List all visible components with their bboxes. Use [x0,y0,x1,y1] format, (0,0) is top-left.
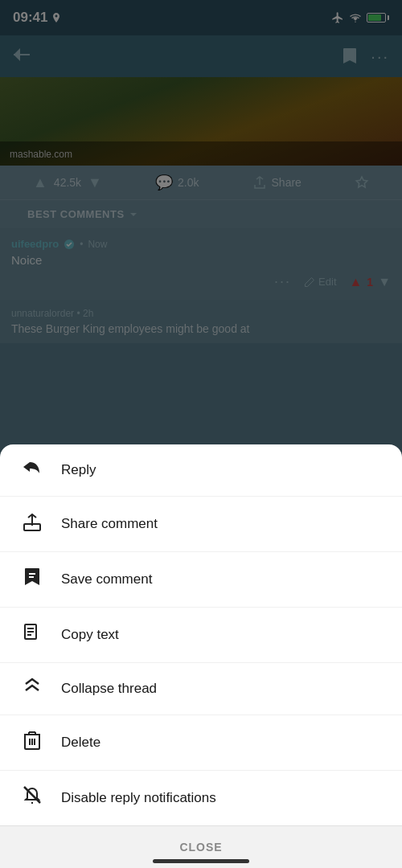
reply-icon [19,459,45,481]
collapse-thread-icon [19,678,45,700]
collapse-thread-label: Collapse thread [61,681,157,697]
menu-item-delete[interactable]: Delete [0,715,402,771]
menu-item-save-comment[interactable]: Save comment [0,552,402,608]
reply-label: Reply [61,462,96,478]
copy-text-label: Copy text [61,627,119,643]
bottom-sheet: Reply Share comment Save comment [0,444,402,868]
home-indicator [153,859,249,863]
save-comment-icon [19,567,45,592]
disable-notifications-label: Disable reply notifications [61,790,216,806]
menu-item-share-comment[interactable]: Share comment [0,497,402,552]
save-comment-label: Save comment [61,571,152,588]
menu-item-copy-text[interactable]: Copy text [0,608,402,663]
copy-text-icon [19,622,45,648]
bell-off-icon [19,785,45,811]
share-comment-label: Share comment [61,516,158,532]
share-comment-icon [19,511,45,537]
menu-item-reply[interactable]: Reply [0,444,402,497]
menu-item-disable-notifications[interactable]: Disable reply notifications [0,771,402,825]
menu-item-collapse-thread[interactable]: Collapse thread [0,663,402,715]
sheet-menu: Reply Share comment Save comment [0,444,402,825]
delete-icon [19,730,45,755]
delete-label: Delete [61,735,100,751]
